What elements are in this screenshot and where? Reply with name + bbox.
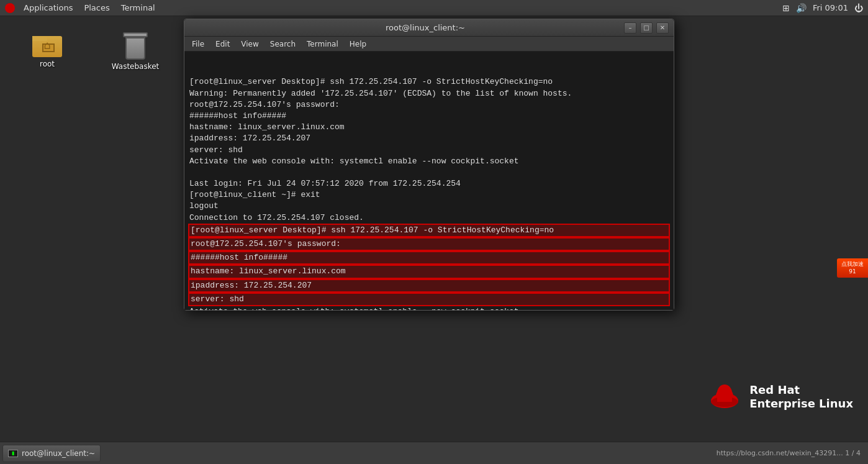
redhat-line1: Red Hat <box>749 383 853 397</box>
terminal-line: ipaddress: 172.25.254.207 <box>188 279 670 293</box>
taskbar-item-label: root@linux_client:~ <box>22 449 95 458</box>
taskbar-terminal-icon: ▮ <box>8 450 18 457</box>
root-folder-icon[interactable]: root <box>22 29 72 72</box>
taskbar: ▮ root@linux_client:~ https://blog.csdn.… <box>0 442 868 464</box>
desktop: root Wastebasket root@linux_client:~ – □… <box>0 16 868 442</box>
terminal-line: [root@linux_server Desktop]# ssh 172.25.… <box>189 76 669 88</box>
terminal-line: root@172.25.254.107's password: <box>188 237 670 251</box>
terminal-line: Activate the web console with: systemctl… <box>189 306 669 310</box>
minimize-button[interactable]: – <box>624 22 636 34</box>
terminal-titlebar: root@linux_client:~ – □ ✕ <box>184 19 674 37</box>
terminal-line: logout <box>189 201 669 212</box>
terminal-line: hastname: linux_server.linux.com <box>189 122 669 133</box>
wastebasket-icon[interactable]: Wastebasket <box>111 29 160 75</box>
taskbar-url-info: https://blog.csdn.net/weixin_43291... 1 … <box>717 449 866 457</box>
topbar-left: Applications Places Terminal <box>5 2 160 14</box>
menu-applications[interactable]: Applications <box>19 2 78 14</box>
network-icon: ⊞ <box>782 3 790 13</box>
taskbar-terminal-item[interactable]: ▮ root@linux_client:~ <box>2 445 101 462</box>
svg-rect-5 <box>717 393 732 402</box>
terminal-title: root@linux_client:~ <box>227 23 624 32</box>
wastebasket-label: Wastebasket <box>112 62 160 71</box>
terminal-content[interactable]: [root@linux_server Desktop]# ssh 172.25.… <box>184 52 674 310</box>
terminal-line: server: shd <box>189 145 669 156</box>
menu-places[interactable]: Places <box>79 2 114 14</box>
terminal-line: root@172.25.254.107's password: <box>189 99 669 111</box>
power-icon[interactable]: ⏻ <box>854 3 863 13</box>
terminal-menubar: File Edit View Search Terminal Help <box>184 37 674 52</box>
term-menu-search[interactable]: Search <box>265 39 301 50</box>
clock-display: Fri 09:01 <box>813 3 848 12</box>
terminal-window: root@linux_client:~ – □ ✕ File Edit View… <box>184 19 674 311</box>
csdn-label: 点我加速91 <box>838 261 867 275</box>
terminal-line: ######host info##### <box>188 251 670 265</box>
trash-body <box>125 37 145 60</box>
terminal-line: Connection to 172.25.254.107 closed. <box>189 212 669 224</box>
terminal-line: server: shd <box>188 293 670 306</box>
close-button[interactable]: ✕ <box>656 22 669 34</box>
terminal-line: Activate the web console with: systemctl… <box>189 156 669 167</box>
terminal-line: ipaddress: 172.25.254.207 <box>189 133 669 144</box>
terminal-line: hastname: linux_server.linux.com <box>188 265 670 278</box>
redhat-logo-svg <box>707 380 742 414</box>
folder-graphic <box>32 32 62 57</box>
term-menu-edit[interactable]: Edit <box>210 39 235 50</box>
topbar-right: ⊞ 🔊 Fri 09:01 ⏻ <box>782 3 863 13</box>
trash-graphic <box>123 32 148 60</box>
redhat-line2: Enterprise Linux <box>749 397 853 411</box>
redhat-logo-icon <box>5 3 15 13</box>
term-menu-view[interactable]: View <box>236 39 263 50</box>
window-controls: – □ ✕ <box>624 22 669 34</box>
term-menu-file[interactable]: File <box>187 39 209 50</box>
csdn-ad-overlay[interactable]: 点我加速91 <box>837 258 868 278</box>
maximize-button[interactable]: □ <box>640 22 653 34</box>
term-menu-help[interactable]: Help <box>345 39 371 50</box>
trash-lid <box>123 32 148 37</box>
term-menu-terminal[interactable]: Terminal <box>302 39 343 50</box>
root-folder-label: root <box>40 60 55 68</box>
terminal-line: [root@linux_client ~]# exit <box>189 189 669 201</box>
terminal-line: Warning: Permanently added '172.25.254.1… <box>189 88 669 99</box>
house-symbol <box>41 41 53 52</box>
terminal-line: ######host info##### <box>189 111 669 122</box>
terminal-line <box>189 167 669 178</box>
top-menubar: Applications Places Terminal ⊞ 🔊 Fri 09:… <box>0 0 868 16</box>
redhat-branding: Red Hat Enterprise Linux <box>707 380 853 414</box>
terminal-line: [root@linux_server Desktop]# ssh 172.25.… <box>188 224 670 237</box>
redhat-text-block: Red Hat Enterprise Linux <box>749 383 853 410</box>
menu-terminal[interactable]: Terminal <box>116 2 160 14</box>
volume-icon: 🔊 <box>796 3 807 13</box>
terminal-line: Last login: Fri Jul 24 07:57:12 2020 fro… <box>189 178 669 189</box>
